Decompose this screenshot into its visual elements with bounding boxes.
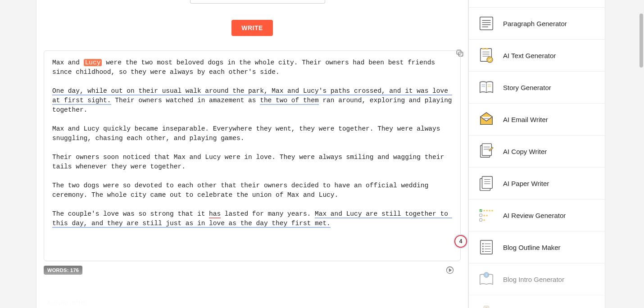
sidebar-item-label: Paragraph Generator xyxy=(503,20,567,27)
grammar-underline[interactable]: has xyxy=(209,210,221,218)
prompt-input-remnant[interactable] xyxy=(190,0,325,4)
sidebar-item-paragraph-generator[interactable]: Paragraph Generator xyxy=(469,8,605,40)
svg-rect-27 xyxy=(482,177,493,189)
highlighted-word[interactable]: Lucy xyxy=(84,59,102,66)
tagline-icon: ❝❞ xyxy=(478,303,495,308)
copy-pencil-icon xyxy=(478,143,495,160)
svg-marker-3 xyxy=(449,269,452,272)
papers-icon xyxy=(478,175,495,192)
right-gutter xyxy=(605,0,644,308)
svg-point-38 xyxy=(482,243,484,245)
svg-rect-10 xyxy=(482,48,485,50)
sidebar-item-ai-copy-writer[interactable]: AI Copy Writer xyxy=(469,136,605,168)
svg-point-42 xyxy=(482,248,484,249)
text: The couple's love was so strong that it xyxy=(52,210,209,217)
write-button[interactable]: WRITE xyxy=(231,20,273,36)
sidebar-item-label: Blog Intro Generator xyxy=(503,276,564,283)
svg-text:★★: ★★ xyxy=(483,214,488,217)
svg-text:★: ★ xyxy=(483,218,485,222)
sidebar-item-ai-paper-writer[interactable]: AI Paper Writer xyxy=(469,168,605,199)
svg-point-44 xyxy=(482,251,484,252)
sidebar-item-website-tagline-maker[interactable]: ❝❞ Website Tagline Maker xyxy=(469,295,605,308)
sidebar-item-ai-review-generator[interactable]: ★★★★ ★★ ★ AI Review Generator xyxy=(469,199,605,231)
sidebar-item-label: AI Review Generator xyxy=(503,212,566,219)
text: Max and xyxy=(52,59,84,66)
play-icon[interactable] xyxy=(446,247,454,255)
paragraph-icon xyxy=(478,15,495,32)
outline-icon xyxy=(478,239,495,256)
sidebar-item-label: AI Copy Writer xyxy=(503,148,547,155)
intro-icon: i xyxy=(478,271,495,288)
text: Their owners soon noticed that Max and L… xyxy=(52,154,448,170)
sidebar-item-story-generator[interactable]: Story Generator xyxy=(469,72,605,104)
svg-rect-37 xyxy=(481,240,493,254)
text: Their owners watched in amazement as xyxy=(111,97,260,104)
svg-rect-35 xyxy=(480,219,482,222)
suggestion-underline[interactable]: the two of them xyxy=(260,97,319,105)
sidebar-item-ai-email-writer[interactable]: AI Email Writer xyxy=(469,104,605,136)
tools-sidebar: Paragraph Generator AI Text Generator xyxy=(468,0,605,308)
sidebar-item-ai-text-generator[interactable]: AI Text Generator xyxy=(469,40,605,72)
scrollbar-thumb[interactable] xyxy=(639,14,643,68)
suggestion-count-badge[interactable]: 4 xyxy=(454,235,467,248)
stars-icon: ★★★★ ★★ ★ xyxy=(478,207,495,224)
main-content: WRITE Max and Lucy were the two most bel… xyxy=(36,0,468,308)
text: were the two most beloved dogs in the wh… xyxy=(52,59,439,76)
text: The two dogs were so devoted to each oth… xyxy=(52,182,432,199)
sidebar-item-blog-intro-generator[interactable]: i Blog Intro Generator xyxy=(469,263,605,295)
sidebar-item-label: Story Generator xyxy=(503,84,551,91)
book-icon xyxy=(478,79,495,96)
sidebar-item-label: AI Email Writer xyxy=(503,116,548,123)
svg-rect-33 xyxy=(480,214,482,217)
svg-rect-11 xyxy=(485,48,488,50)
svg-rect-4 xyxy=(480,17,493,30)
svg-text:★★★★: ★★★★ xyxy=(483,209,494,212)
email-icon xyxy=(478,111,495,128)
text-check-icon xyxy=(478,47,495,64)
activity-label: Activity (3/10): xyxy=(46,299,468,307)
word-count-badge: WORDS: 176 xyxy=(44,266,82,275)
sidebar-item-cut[interactable] xyxy=(469,0,605,8)
text: lasted for many years. xyxy=(221,210,315,217)
svg-point-40 xyxy=(482,246,484,247)
sidebar-item-label: AI Text Generator xyxy=(503,52,556,59)
generated-text-output[interactable]: Max and Lucy were the two most beloved d… xyxy=(44,50,461,261)
sidebar-item-blog-outline-maker[interactable]: Blog Outline Maker xyxy=(469,231,605,263)
sidebar-item-label: Blog Outline Maker xyxy=(503,244,561,251)
text: Max and Lucy quickly became inseparable.… xyxy=(52,125,444,142)
sidebar-item-label: AI Paper Writer xyxy=(503,180,549,187)
